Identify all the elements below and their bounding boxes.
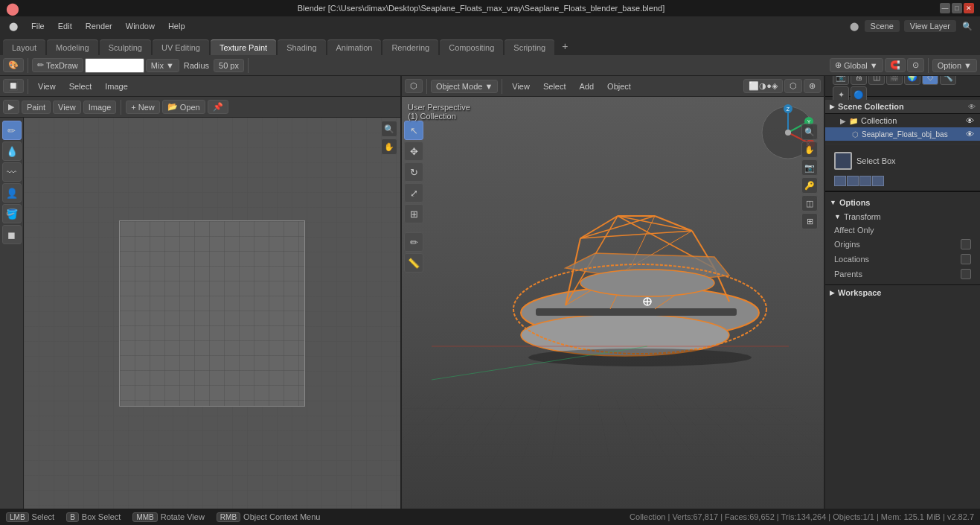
snap-button[interactable]: 🧲 — [885, 58, 906, 72]
uv-image2-btn[interactable]: Image — [83, 101, 117, 114]
transform-orientations-button[interactable]: ⊕ Global ▼ — [830, 58, 883, 72]
uv-image-menu[interactable]: Image — [99, 80, 134, 92]
uv-zoom-in-button[interactable]: 🔍 — [381, 121, 397, 137]
uv-paint-btn[interactable]: Paint — [22, 101, 51, 114]
scene-collection-eye-icon[interactable]: 👁 — [968, 103, 976, 111]
select-mode-cell-3[interactable] — [859, 176, 871, 186]
menu-window[interactable]: Window — [120, 20, 161, 32]
object-item[interactable]: ⬡ Seaplane_Floats_obj_bas 👁 — [825, 127, 980, 141]
scene-selector[interactable]: Scene — [865, 20, 900, 32]
view-layer-selector[interactable]: View Layer — [904, 20, 956, 32]
locations-checkbox[interactable] — [961, 254, 971, 264]
uv-sep-1 — [28, 79, 28, 94]
uv-view-menu[interactable]: View — [32, 80, 62, 92]
menu-render[interactable]: Render — [80, 20, 118, 32]
collection-eye-icon[interactable]: 👁 — [966, 116, 974, 125]
radius-value-button[interactable]: 50 px — [214, 59, 244, 72]
vp-add-menu[interactable]: Add — [574, 80, 601, 92]
uv-pan-button[interactable]: ✋ — [381, 139, 397, 155]
brush-type-button[interactable]: ✏ TexDraw — [32, 58, 83, 72]
search-icon[interactable]: 🔍 — [958, 22, 977, 31]
tab-modeling[interactable]: Modeling — [47, 39, 98, 55]
viewport-rotate-tool[interactable]: ↻ — [404, 162, 423, 182]
viewport-annotate-tool[interactable]: ✏ — [404, 232, 423, 252]
blur-tool-button[interactable]: 💧 — [2, 141, 22, 161]
tab-animation[interactable]: Animation — [327, 39, 382, 55]
tab-uv-editing[interactable]: UV Editing — [153, 39, 209, 55]
viewport-cursor-tool[interactable]: ↖ — [404, 121, 423, 140]
viewport-measure-tool[interactable]: 📏 — [404, 253, 423, 273]
menu-help[interactable]: Help — [162, 20, 191, 32]
tab-rendering[interactable]: Rendering — [382, 39, 438, 55]
tab-shading[interactable]: Shading — [278, 39, 325, 55]
smear-tool-button[interactable]: 〰 — [2, 162, 22, 182]
maximize-button[interactable]: □ — [952, 3, 962, 13]
viewport-move-tool[interactable]: ✥ — [404, 141, 423, 161]
render-props-icon[interactable]: 📷 — [833, 76, 849, 85]
minimize-button[interactable]: — — [940, 3, 950, 13]
viewport-3d-canvas[interactable]: ↖ ✥ ↻ ⤢ ⊞ ✏ 📏 User Perspective (1) Colle… — [402, 97, 824, 509]
object-props-icon[interactable]: ◇ — [922, 76, 938, 85]
tab-sculpting[interactable]: Sculpting — [100, 39, 151, 55]
tab-scripting[interactable]: Scripting — [505, 39, 554, 55]
options-button[interactable]: Option ▼ — [932, 59, 977, 72]
select-mode-cell-1[interactable] — [834, 176, 846, 186]
object-context-status: RMB Object Context Menu — [217, 512, 321, 522]
camera-button[interactable]: 📷 — [801, 159, 818, 176]
scene-props-icon[interactable]: 🎬 — [886, 76, 903, 85]
object-mode-button[interactable]: Object Mode ▼ — [431, 80, 498, 93]
tab-layout[interactable]: Layout — [3, 39, 45, 55]
proportional-edit-button[interactable]: ⊙ — [907, 58, 924, 72]
uv-view-btn[interactable]: ▶ — [3, 100, 19, 114]
editor-type-button[interactable]: 🎨 — [3, 58, 24, 72]
grid-button[interactable]: ⊞ — [801, 213, 818, 229]
color-preview[interactable] — [85, 58, 144, 73]
mask-tool-button[interactable]: ◼ — [2, 225, 22, 244]
pan-button[interactable]: ✋ — [801, 141, 818, 158]
select-mode-cell-2[interactable] — [847, 176, 859, 186]
blend-mode-button[interactable]: Mix ▼ — [146, 59, 179, 72]
clone-tool-button[interactable]: 👤 — [2, 183, 22, 203]
workspace-header[interactable]: ▶ Workspace — [825, 285, 980, 300]
gizmo-button[interactable]: ⊕ — [804, 79, 821, 93]
menu-blender[interactable]: ⬤ — [3, 20, 24, 33]
uv-select-menu[interactable]: Select — [63, 80, 98, 92]
world-props-icon[interactable]: 🌍 — [904, 76, 920, 85]
vp-select-menu[interactable]: Select — [537, 80, 572, 92]
close-button[interactable]: ✕ — [964, 3, 974, 13]
viewport-shading-buttons[interactable]: ⬜◑●◈ — [743, 79, 783, 93]
add-workspace-button[interactable]: + — [556, 37, 574, 55]
zoom-in-button[interactable]: 🔍 — [801, 124, 818, 140]
uv-view2-btn[interactable]: View — [53, 101, 81, 114]
parents-checkbox[interactable] — [961, 269, 971, 279]
uv-pin-btn[interactable]: 📌 — [208, 100, 228, 114]
viewport-editor-type-button[interactable]: ⬡ — [405, 79, 423, 93]
menu-edit[interactable]: Edit — [52, 20, 78, 32]
vp-view-menu[interactable]: View — [506, 80, 536, 92]
options-header[interactable]: ▼ Options — [825, 195, 980, 210]
keyframe-button[interactable]: 🔑 — [801, 177, 818, 194]
transform-subsection-header[interactable]: ▼ Transform — [825, 210, 980, 223]
uv-editor-type-button[interactable]: 🔲 — [3, 79, 24, 93]
tab-compositing[interactable]: Compositing — [440, 39, 503, 55]
uv-open-btn[interactable]: 📂 Open — [162, 100, 205, 114]
tab-texture-paint[interactable]: Texture Paint — [211, 39, 276, 55]
menu-file[interactable]: File — [25, 20, 51, 32]
draw-tool-button[interactable]: ✏ — [2, 121, 22, 140]
uv-new-btn[interactable]: + New — [126, 101, 159, 114]
collection-item[interactable]: ▶ 📁 Collection 👁 — [825, 114, 980, 127]
svg-line-22 — [580, 231, 692, 238]
viewport-transform-tool[interactable]: ⊞ — [404, 204, 423, 223]
overlay-button[interactable]: ⬡ — [784, 79, 802, 93]
render-region-button[interactable]: ◫ — [801, 195, 818, 211]
viewport-scale-tool[interactable]: ⤢ — [404, 183, 423, 203]
vp-object-menu[interactable]: Object — [601, 80, 637, 92]
uv-canvas-area[interactable]: 🔍 ✋ — [24, 118, 400, 509]
output-props-icon[interactable]: 🖨 — [851, 76, 867, 85]
origins-checkbox[interactable] — [961, 239, 971, 249]
object-eye-icon[interactable]: 👁 — [966, 130, 974, 139]
select-mode-cell-4[interactable] — [872, 176, 884, 186]
modifier-props-icon[interactable]: 🔧 — [940, 76, 956, 85]
fill-tool-button[interactable]: 🪣 — [2, 204, 22, 223]
view-layer-props-icon[interactable]: ◫ — [868, 76, 885, 85]
